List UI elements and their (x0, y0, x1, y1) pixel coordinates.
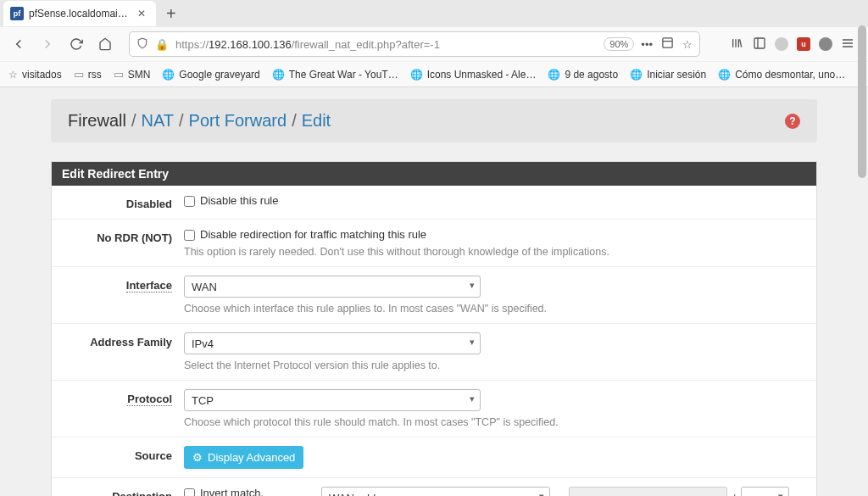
globe-icon: 🌐 (548, 69, 560, 81)
disabled-checkbox-wrap[interactable]: Disable this rule (184, 194, 803, 207)
star-icon: ☆ (8, 69, 18, 81)
folder-icon: ▭ (114, 68, 124, 81)
disabled-checkbox[interactable] (184, 196, 195, 207)
gear-icon: ⚙ (192, 451, 203, 464)
interface-help: Choose which interface this rule applies… (184, 303, 803, 315)
bookmark-item[interactable]: 🌐Iniciar sesión (630, 69, 706, 81)
menu-button[interactable] (841, 36, 854, 53)
label-nordr: No RDR (NOT) (65, 228, 184, 258)
breadcrumb-link-edit[interactable]: Edit (302, 111, 331, 131)
invert-match-checkbox[interactable] (184, 488, 195, 497)
protocol-select[interactable]: TCP (184, 389, 481, 411)
bookmark-item[interactable]: 🌐9 de agosto (548, 69, 618, 81)
mask-separator: / (732, 487, 736, 496)
tab-title: pfSense.localdomain.net - F (29, 8, 129, 20)
addon-icon-1[interactable] (775, 37, 788, 51)
nav-toolbar: 🔒 https://192.168.100.136/firewall_nat_e… (0, 27, 868, 61)
af-help: Select the Internet Protocol version thi… (184, 359, 803, 371)
bookmark-item[interactable]: 🌐The Great War - YouT… (272, 69, 398, 81)
url-bar[interactable]: 🔒 https://192.168.100.136/firewall_nat_e… (129, 31, 700, 57)
reload-button[interactable] (64, 32, 88, 56)
globe-icon: 🌐 (630, 69, 643, 81)
label-source: Source (65, 446, 184, 469)
bookmark-item[interactable]: 🌐Icons Unmasked - Ale… (410, 69, 537, 81)
dest-address-input[interactable] (569, 487, 727, 496)
tab-favicon: pf (10, 7, 24, 20)
home-button[interactable] (93, 32, 117, 56)
interface-select[interactable]: WAN (184, 276, 481, 298)
invert-match-wrap[interactable]: Invert match. (184, 487, 311, 496)
sidebar-icon[interactable] (753, 36, 766, 53)
close-tab-icon[interactable]: ✕ (134, 8, 149, 20)
zoom-badge[interactable]: 90% (604, 37, 634, 51)
bookmark-star-icon[interactable]: ☆ (682, 38, 693, 51)
svg-rect-0 (663, 38, 672, 47)
browser-tab[interactable]: pf pfSense.localdomain.net - F ✕ (3, 1, 156, 26)
label-interface: Interface (65, 276, 184, 315)
globe-icon: 🌐 (272, 69, 285, 81)
bookmark-item[interactable]: 🌐Cómo desmontar, uno… (718, 69, 845, 81)
protocol-help: Choose which protocol this rule should m… (184, 416, 803, 428)
label-destination: Destination (65, 487, 184, 496)
dest-mask-select[interactable] (741, 487, 789, 496)
shield-icon[interactable] (136, 37, 148, 52)
display-advanced-button[interactable]: ⚙ Display Advanced (184, 446, 303, 469)
lock-warning-icon[interactable]: 🔒 (155, 38, 169, 51)
dest-type-select[interactable]: WAN address (321, 487, 550, 496)
forward-button[interactable] (36, 32, 59, 56)
bookmark-item[interactable]: ☆visitados (8, 69, 62, 81)
tab-strip: pf pfSense.localdomain.net - F ✕ + (0, 0, 868, 27)
address-family-select[interactable]: IPv4 (184, 332, 481, 354)
back-button[interactable] (7, 32, 31, 56)
globe-icon: 🌐 (410, 69, 423, 81)
bookmark-item[interactable]: ▭rss (74, 68, 102, 81)
globe-icon: 🌐 (162, 69, 175, 81)
svg-rect-1 (754, 38, 765, 48)
bookmarks-toolbar: ☆visitados ▭rss ▭SMN 🌐Google graveyard 🌐… (0, 61, 868, 86)
new-tab-button[interactable]: + (156, 4, 186, 24)
breadcrumb-link-nat[interactable]: NAT (141, 111, 174, 131)
label-protocol: Protocol (65, 389, 184, 428)
folder-icon: ▭ (74, 68, 84, 81)
reader-icon[interactable] (661, 36, 674, 52)
label-disabled: Disabled (65, 194, 184, 210)
globe-icon: 🌐 (718, 69, 731, 81)
addon-icon-2[interactable] (819, 37, 832, 51)
scrollbar-thumb[interactable] (858, 25, 866, 178)
bookmark-item[interactable]: 🌐Google graveyard (162, 69, 259, 81)
page-actions-icon[interactable]: ••• (641, 38, 653, 51)
label-af: Address Family (65, 332, 184, 371)
breadcrumb-link-portforward[interactable]: Port Forward (189, 111, 287, 131)
help-icon[interactable]: ? (785, 114, 800, 129)
url-text: https://192.168.100.136/firewall_nat_edi… (175, 38, 597, 51)
panel-title: Edit Redirect Entry (52, 162, 816, 186)
library-icon[interactable] (731, 36, 744, 53)
nordr-checkbox-wrap[interactable]: Disable redirection for traffic matching… (184, 228, 803, 241)
bookmark-item[interactable]: ▭SMN (114, 68, 151, 81)
nordr-help: This option is rarely needed. Don't use … (184, 246, 803, 258)
breadcrumb: Firewall / NAT / Port Forward / Edit ? (51, 99, 817, 142)
nordr-checkbox[interactable] (184, 230, 195, 241)
edit-panel: Edit Redirect Entry Disabled Disable thi… (51, 161, 817, 496)
breadcrumb-root: Firewall (68, 111, 126, 131)
ublock-icon[interactable]: u (797, 37, 810, 51)
